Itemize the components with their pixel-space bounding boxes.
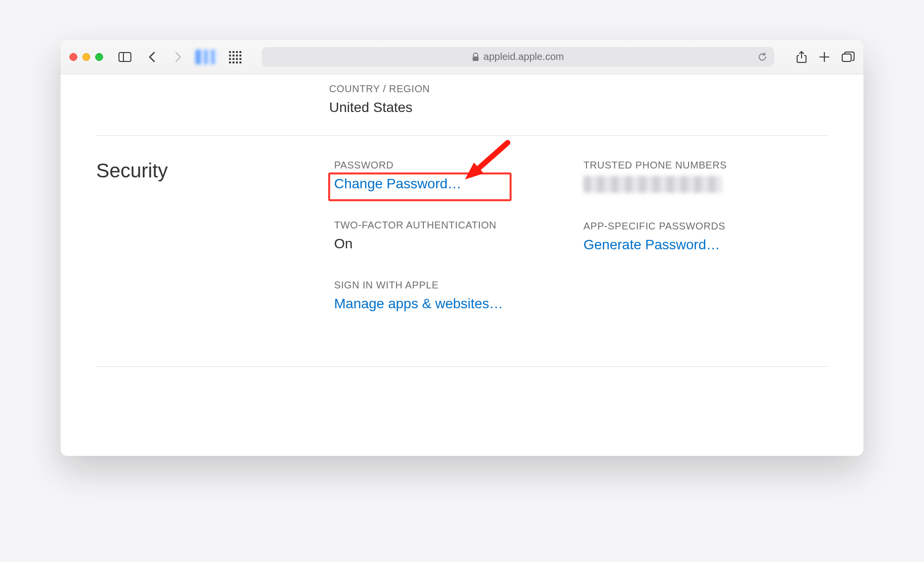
page-content: COUNTRY / REGION United States Security … (60, 74, 864, 367)
svg-rect-6 (842, 54, 851, 61)
svg-rect-0 (119, 53, 131, 61)
safari-window: appleid.apple.com (60, 40, 864, 456)
url-text: appleid.apple.com (483, 51, 564, 62)
account-section-fragment: COUNTRY / REGION United States (96, 74, 828, 135)
trusted-phone-redacted (583, 176, 722, 193)
plus-icon (819, 52, 830, 62)
address-bar[interactable]: appleid.apple.com (262, 47, 774, 67)
chevron-right-icon (175, 52, 182, 62)
new-tab-button[interactable] (819, 52, 830, 62)
password-label: PASSWORD (334, 160, 578, 171)
tabs-icon (842, 52, 855, 62)
share-button[interactable] (796, 51, 807, 63)
country-region-label: COUNTRY / REGION (329, 83, 578, 95)
back-button[interactable] (142, 48, 162, 66)
change-password-link[interactable]: Change Password… (334, 176, 462, 192)
sign-in-apple-block: SIGN IN WITH APPLE Manage apps & website… (334, 280, 578, 312)
lock-icon (472, 53, 479, 61)
tab-overview-button[interactable] (842, 52, 855, 62)
generate-password-link[interactable]: Generate Password… (583, 237, 720, 253)
app-specific-label: APP-SPECIFIC PASSWORDS (583, 221, 828, 232)
reload-button[interactable] (757, 52, 767, 62)
two-factor-block: TWO-FACTOR AUTHENTICATION On (334, 220, 578, 252)
country-region-value: United States (329, 100, 578, 115)
site-favicon (195, 50, 218, 64)
security-section: Security PASSWORD Change Password… TWO-F… (96, 136, 828, 366)
sidebar-toggle-button[interactable] (115, 48, 135, 66)
toolbar-right (796, 51, 855, 63)
chevron-left-icon (148, 52, 155, 62)
password-block: PASSWORD Change Password… (334, 160, 578, 192)
two-factor-label: TWO-FACTOR AUTHENTICATION (334, 220, 578, 231)
security-column-left: PASSWORD Change Password… TWO-FACTOR AUT… (334, 160, 578, 312)
app-specific-block: APP-SPECIFIC PASSWORDS Generate Password… (583, 221, 828, 253)
sidebar-icon (118, 52, 131, 62)
two-factor-value: On (334, 236, 578, 252)
fullscreen-window-button[interactable] (95, 53, 103, 61)
share-icon (796, 51, 807, 63)
start-page-button[interactable] (225, 48, 245, 66)
grid-icon (229, 51, 241, 63)
close-window-button[interactable] (69, 53, 77, 61)
forward-button[interactable] (169, 48, 188, 66)
manage-apps-link[interactable]: Manage apps & websites… (334, 296, 503, 312)
reload-icon (757, 52, 767, 62)
section-divider (96, 366, 828, 367)
security-heading: Security (96, 160, 329, 182)
security-column-right: TRUSTED PHONE NUMBERS APP-SPECIFIC PASSW… (583, 160, 828, 312)
sign-in-apple-label: SIGN IN WITH APPLE (334, 280, 578, 291)
trusted-phones-block: TRUSTED PHONE NUMBERS (583, 160, 828, 193)
minimize-window-button[interactable] (82, 53, 90, 61)
svg-rect-2 (473, 56, 479, 61)
window-controls (69, 53, 103, 61)
trusted-phones-label: TRUSTED PHONE NUMBERS (583, 160, 828, 171)
browser-toolbar: appleid.apple.com (60, 40, 864, 74)
